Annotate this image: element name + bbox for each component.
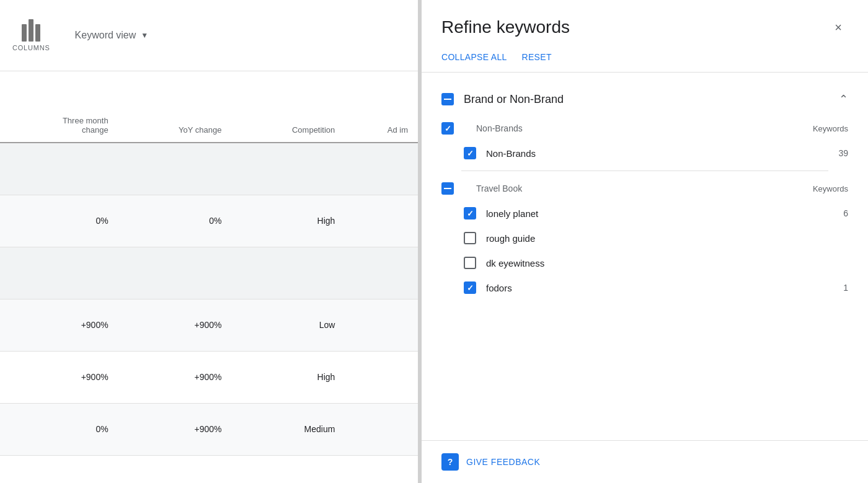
cell-ad-imp [345,299,418,351]
cell-three-month: +900% [0,299,118,351]
section-checkbox-brand[interactable] [441,93,454,105]
filter-item-dkeyewitness[interactable]: dk eyewitness [441,250,848,275]
group-count-label-travelbook: Keywords [799,184,848,193]
cell-ad-imp [345,403,418,455]
columns-button[interactable]: COLUMNS [12,19,50,51]
close-button[interactable]: × [828,17,848,37]
checkbox-roughguide[interactable] [464,232,476,244]
left-panel: COLUMNS Keyword view ▼ Three month chang… [0,0,422,483]
cell-competition: High [232,351,345,403]
checkbox-dkeyewitness[interactable] [464,257,476,269]
item-count-nonbrands: 39 [823,148,848,158]
chevron-up-icon: ⌃ [839,92,848,106]
table-row-group-1 [0,143,418,195]
table-row: 0% 0% High [0,195,418,247]
col-bar-2 [29,19,33,42]
keyword-view-button[interactable]: Keyword view ▼ [69,26,155,45]
cell-yoy: +900% [118,299,232,351]
cell-competition: High [232,195,345,247]
cell-yoy: +900% [118,351,232,403]
refine-title: Refine keywords [441,17,570,37]
dropdown-arrow-icon: ▼ [141,31,148,40]
col-header-yoy-change: YoY change [118,71,232,143]
item-name-dkeyewitness: dk eyewitness [486,258,823,268]
table-row-group-2 [0,247,418,299]
filter-item-nonbrands[interactable]: Non-Brands 39 [441,141,848,166]
filter-group-nonbrands: Non-Brands Keywords Non-Brands 39 [441,111,848,171]
group-count-label-nonbrands: Keywords [799,124,848,133]
col-header-ad-imp: Ad im [345,71,418,143]
feedback-bar: GIVE FEEDBACK [422,440,868,483]
cell-three-month: 0% [0,403,118,455]
table-row: +900% +900% High [0,351,418,403]
item-name-nonbrands: Non-Brands [486,148,823,159]
group-checkbox-nonbrands[interactable] [441,122,454,135]
cell-yoy: +900% [118,403,232,455]
group-name-nonbrands: Non-Brands [476,123,799,133]
cell-three-month: 0% [0,195,118,247]
refine-content: Brand or Non-Brand ⌃ Non-Brands Keywords… [422,73,868,440]
right-panel: Refine keywords × COLLAPSE ALL RESET Bra… [422,0,868,483]
checkbox-fodors[interactable] [464,281,476,294]
toolbar: COLUMNS Keyword view ▼ [0,0,418,71]
data-table: Three month change YoY change Competitio… [0,71,418,483]
reset-button[interactable]: RESET [522,52,552,62]
section-title-brand: Brand or Non-Brand [464,93,829,106]
refine-header: Refine keywords × [422,0,868,47]
cell-yoy: 0% [118,195,232,247]
refine-actions: COLLAPSE ALL RESET [422,47,868,73]
filter-item-lonelyplanet[interactable]: lonely planet 6 [441,201,848,226]
item-name-lonelyplanet: lonely planet [486,208,823,219]
col-bar-3 [35,24,40,42]
checkbox-nonbrands[interactable] [464,147,476,159]
checkbox-lonelyplanet[interactable] [464,207,476,219]
item-name-roughguide: rough guide [486,233,823,244]
cell-ad-imp [345,351,418,403]
col-header-competition: Competition [232,71,345,143]
section-header-brand[interactable]: Brand or Non-Brand ⌃ [441,82,848,111]
columns-label: COLUMNS [12,44,50,51]
cell-ad-imp [345,195,418,247]
group-header-nonbrands: Non-Brands Keywords [441,116,848,141]
keyword-view-label: Keyword view [75,30,136,41]
group-header-travelbook: Travel Book Keywords [441,176,848,201]
feedback-button[interactable]: GIVE FEEDBACK [466,457,540,467]
filter-item-fodors[interactable]: fodors 1 [441,275,848,300]
collapse-all-button[interactable]: COLLAPSE ALL [441,52,507,62]
filter-group-travelbook: Travel Book Keywords lonely planet 6 rou… [441,171,848,305]
item-count-lonelyplanet: 6 [823,208,848,218]
columns-icon [22,19,40,42]
group-name-travelbook: Travel Book [476,184,799,193]
cell-competition: Low [232,299,345,351]
col-header-three-month: Three month change [0,71,118,143]
table-row: +900% +900% Low [0,299,418,351]
group-checkbox-travelbook[interactable] [441,182,454,195]
filter-section-brand: Brand or Non-Brand ⌃ Non-Brands Keywords… [422,78,868,310]
cell-three-month: +900% [0,351,118,403]
item-name-fodors: fodors [486,283,823,293]
filter-item-roughguide[interactable]: rough guide [441,226,848,250]
feedback-icon [441,453,459,471]
table-row: 0% +900% Medium [0,403,418,455]
item-count-fodors: 1 [823,283,848,293]
cell-competition: Medium [232,403,345,455]
col-bar-1 [22,24,27,42]
